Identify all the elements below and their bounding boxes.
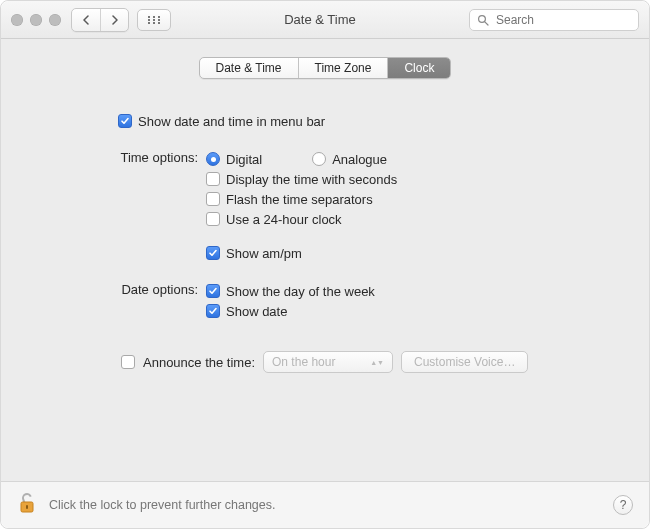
window-controls	[11, 14, 61, 26]
checkbox-flash-separators[interactable]	[206, 192, 220, 206]
label-24h: Use a 24-hour clock	[226, 212, 342, 227]
footer-message: Click the lock to prevent further change…	[49, 498, 601, 512]
tab-clock[interactable]: Clock	[387, 58, 450, 78]
customise-voice-button[interactable]: Customise Voice…	[401, 351, 528, 373]
window-title: Date & Time	[171, 12, 469, 27]
checkbox-seconds[interactable]	[206, 172, 220, 186]
announce-interval-value: On the hour	[272, 355, 335, 369]
label-show-menubar: Show date and time in menu bar	[138, 114, 325, 129]
nav-segment	[71, 8, 129, 32]
help-button[interactable]: ?	[613, 495, 633, 515]
svg-rect-12	[26, 505, 28, 509]
svg-point-7	[153, 21, 155, 23]
radio-analogue[interactable]	[312, 152, 326, 166]
svg-point-8	[158, 21, 160, 23]
tab-date-and-time[interactable]: Date & Time	[200, 58, 298, 78]
show-all-button[interactable]	[137, 9, 171, 31]
label-analogue: Analogue	[332, 152, 387, 167]
clock-pane: Show date and time in menu bar Time opti…	[1, 79, 649, 373]
tab-segment: Date & Time Time Zone Clock	[199, 57, 452, 79]
svg-point-0	[148, 15, 150, 17]
checkbox-show-menubar[interactable]	[118, 114, 132, 128]
svg-point-6	[148, 21, 150, 23]
svg-point-2	[158, 15, 160, 17]
titlebar: Date & Time	[1, 1, 649, 39]
lock-icon[interactable]	[17, 491, 37, 519]
label-seconds: Display the time with seconds	[226, 172, 397, 187]
label-digital: Digital	[226, 152, 262, 167]
svg-point-1	[153, 15, 155, 17]
label-announce: Announce the time:	[143, 355, 255, 370]
svg-line-10	[485, 21, 488, 24]
grid-icon	[147, 15, 161, 25]
search-wrap	[469, 9, 639, 31]
checkbox-show-date[interactable]	[206, 304, 220, 318]
label-flash-separators: Flash the time separators	[226, 192, 373, 207]
tab-time-zone[interactable]: Time Zone	[298, 58, 388, 78]
svg-point-3	[148, 18, 150, 20]
heading-date-options: Date options:	[31, 281, 206, 297]
svg-point-4	[153, 18, 155, 20]
footer: Click the lock to prevent further change…	[1, 482, 649, 528]
checkbox-announce[interactable]	[121, 355, 135, 369]
label-show-day: Show the day of the week	[226, 284, 375, 299]
content-pane: Date & Time Time Zone Clock Show date an…	[1, 39, 649, 482]
chevron-updown-icon: ▲▼	[370, 360, 384, 365]
label-ampm: Show am/pm	[226, 246, 302, 261]
svg-point-5	[158, 18, 160, 20]
minimize-icon[interactable]	[30, 14, 42, 26]
checkbox-show-day[interactable]	[206, 284, 220, 298]
forward-button[interactable]	[100, 9, 128, 31]
label-show-date: Show date	[226, 304, 287, 319]
back-button[interactable]	[72, 9, 100, 31]
checkbox-24h[interactable]	[206, 212, 220, 226]
zoom-icon[interactable]	[49, 14, 61, 26]
announce-row: Announce the time: On the hour ▲▼ Custom…	[121, 351, 619, 373]
close-icon[interactable]	[11, 14, 23, 26]
tabs: Date & Time Time Zone Clock	[1, 39, 649, 79]
checkbox-ampm[interactable]	[206, 246, 220, 260]
announce-interval-popup[interactable]: On the hour ▲▼	[263, 351, 393, 373]
search-input[interactable]	[469, 9, 639, 31]
search-icon	[477, 14, 489, 26]
heading-time-options: Time options:	[31, 149, 206, 165]
radio-digital[interactable]	[206, 152, 220, 166]
